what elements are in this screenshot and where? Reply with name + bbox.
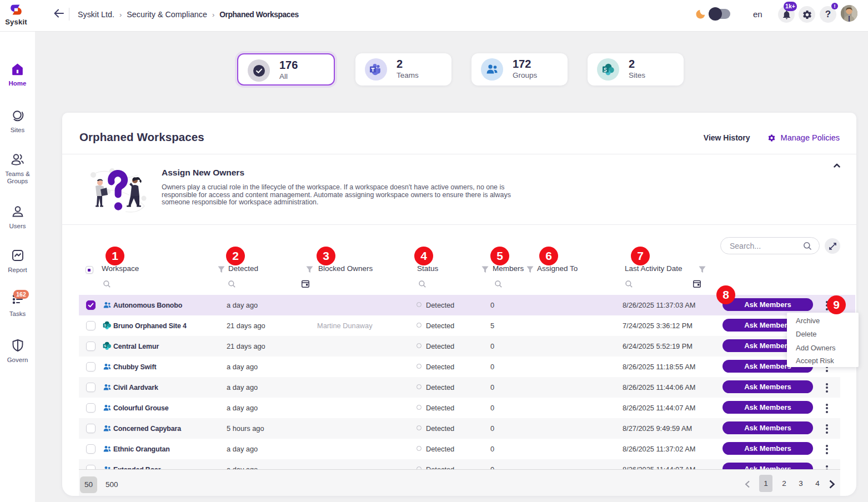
svg-text:S: S — [104, 324, 106, 327]
svg-text:S: S — [104, 344, 106, 348]
